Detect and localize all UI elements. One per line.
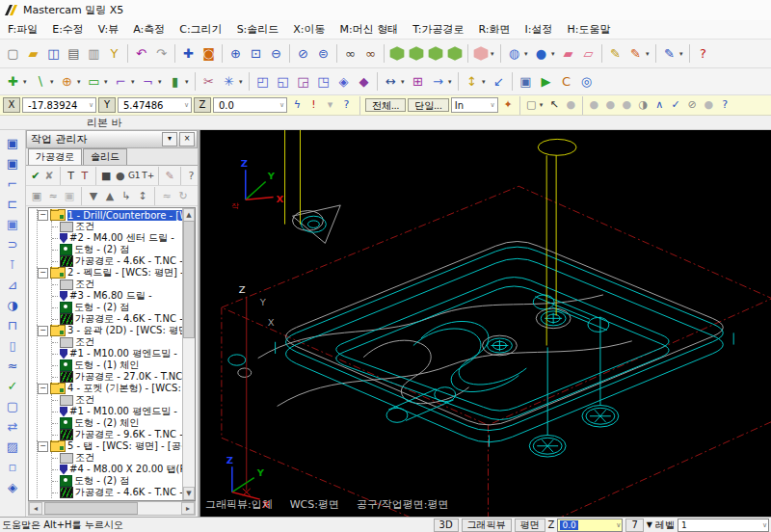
post-selected-icon[interactable]: G1 — [128, 169, 141, 183]
toolpath-pocket-icon[interactable]: ⊏ — [3, 195, 22, 214]
open-file-icon[interactable]: ▰ — [23, 44, 43, 63]
toolbar-states-icon[interactable]: Y — [104, 44, 124, 63]
create-primitives-icon-drop[interactable]: ▾ — [185, 78, 192, 86]
operation-geometry-row[interactable]: 도형 - (1) 체인 — [52, 359, 182, 371]
shading-icon[interactable]: ● — [531, 44, 551, 63]
zoom-in-icon[interactable]: ⊕ — [226, 44, 246, 63]
level-manager-icon-drop[interactable]: ▾ — [482, 78, 489, 86]
menu-a[interactable]: A:측정 — [133, 22, 165, 37]
zoom-previous-icon[interactable]: ⊜ — [313, 44, 333, 63]
operation-row[interactable]: −1 - Drill/Counterbore - [WCS: — [38, 209, 182, 221]
menu-s[interactable]: S:솔리드 — [237, 22, 279, 37]
scroll-up-icon[interactable]: ▲ — [183, 208, 195, 222]
pan-icon[interactable]: ✚ — [178, 44, 199, 63]
menu-f[interactable]: F:파일 — [8, 22, 38, 37]
operation-tool-row[interactable]: #1 - M10.00 평엔드밀 - — [52, 406, 182, 417]
fastpoint-icon[interactable]: ϟ — [289, 97, 306, 113]
menu-t[interactable]: T:가공경로 — [412, 22, 464, 37]
operation-geometry-row[interactable]: 도형 - (2) 점 — [52, 302, 182, 313]
edit-selected-icon[interactable]: ✎ — [163, 169, 175, 183]
undo-icon[interactable]: ↶ — [131, 44, 151, 63]
zoom-target-icon[interactable]: ⊘ — [293, 44, 313, 63]
menu-e[interactable]: E:수정 — [52, 22, 84, 37]
level-manager-icon[interactable]: ↕ — [462, 72, 482, 91]
toolpath-chamfer-icon[interactable]: ⊿ — [3, 276, 22, 295]
xform-copy-icon[interactable]: ◱ — [273, 72, 293, 91]
autocursor-help-icon[interactable]: ? — [338, 97, 355, 113]
operation-row[interactable]: −3 - 윤곽 (2D) - [WCS: 평면] - — [38, 325, 182, 336]
expander-icon[interactable]: − — [38, 326, 48, 336]
operation-toolpath-row[interactable]: 가공경로 - 9.6K - T.NC - — [52, 429, 182, 440]
gview-front-icon[interactable] — [409, 46, 424, 62]
operation-params-row[interactable]: 조건 — [52, 221, 182, 232]
fit-screen-icon[interactable]: ◙ — [199, 44, 219, 63]
create-fillet-icon-drop[interactable]: ▾ — [131, 78, 138, 86]
move-insert-down-icon[interactable]: ▼ — [86, 189, 101, 203]
menu-h[interactable]: H:도움말 — [567, 22, 610, 37]
toolpath-face-icon[interactable]: ▣ — [3, 134, 22, 153]
tab-toolpaths[interactable]: 가공경로 — [28, 148, 82, 165]
operation-params-row[interactable]: 조건 — [52, 336, 182, 348]
menu-c[interactable]: C:그리기 — [179, 22, 222, 37]
menu-v[interactable]: V:뷰 — [98, 22, 119, 37]
toolpath-confirm-icon[interactable]: ✓ — [3, 377, 22, 396]
xform-mirror-icon-drop[interactable]: ▾ — [401, 78, 408, 86]
expander-icon[interactable]: − — [38, 441, 48, 452]
gview-top-icon[interactable] — [389, 46, 405, 62]
toolpath-engrave-icon[interactable]: ≈ — [3, 357, 22, 376]
scroll-insert-icon[interactable]: ↕ — [135, 189, 150, 203]
select-single-button[interactable]: 단일... — [408, 98, 448, 112]
regen-all-selected-icon[interactable]: T — [65, 169, 77, 183]
operation-toolpath-row[interactable]: 가공경로 - 4.6K - T.NC - — [52, 313, 182, 325]
menu-m[interactable]: M:머신 형태 — [340, 22, 399, 37]
tab-solids[interactable]: 솔리드 — [83, 148, 127, 165]
xform-result-icon[interactable]: → — [428, 72, 448, 91]
z-coordinate-input[interactable] — [217, 99, 275, 112]
select-last-icon[interactable]: ✦ — [500, 97, 517, 113]
planes-icon-drop[interactable]: ▾ — [491, 50, 497, 58]
zoom-out-icon[interactable]: ⊖ — [266, 44, 286, 63]
unit-select[interactable]: In∨ — [451, 97, 498, 113]
lock-selected-icon[interactable]: ▣ — [29, 189, 44, 203]
operation-toolpath-row[interactable]: 가공경로 - 4.6K - T.NC - — [52, 255, 182, 267]
planes-icon[interactable] — [473, 46, 489, 62]
operation-tool-row[interactable]: #4 - M8.00 X 20.00 탭(RH — [52, 464, 182, 475]
autocursor-disabled-icon[interactable]: ▾ — [322, 97, 338, 113]
xform-project-icon[interactable]: ◈ — [333, 72, 354, 91]
x-coordinate-drop-icon[interactable]: ∨ — [89, 101, 95, 109]
cursor-override-icon[interactable]: ! — [306, 97, 322, 113]
create-rectangle-icon[interactable]: ▭ — [84, 72, 104, 91]
toolpath-contour-icon[interactable]: ▣ — [3, 154, 22, 173]
create-line-icon-drop[interactable]: ▾ — [50, 78, 57, 86]
y-coordinate-input[interactable] — [121, 99, 179, 112]
select-all-operations-icon[interactable]: ✔ — [29, 169, 41, 183]
select-group-icon[interactable]: ● — [586, 97, 602, 113]
machine-definition-icon[interactable]: ▣ — [516, 72, 536, 91]
horizontal-scroll-thumb[interactable] — [44, 502, 138, 515]
shading-icon-drop[interactable]: ▾ — [551, 50, 558, 58]
operation-tool-row[interactable]: #2 - M4.00 센터 드릴 - — [52, 232, 182, 244]
xform-offset-icon[interactable]: ◳ — [313, 72, 333, 91]
attributes-multi-icon[interactable]: ✎ — [625, 44, 646, 63]
y-axis-chip[interactable]: Y — [98, 97, 116, 113]
attribute-color-button[interactable]: 7 — [625, 519, 643, 532]
only-display-selected-icon[interactable]: ≈ — [159, 189, 174, 203]
menu-r[interactable]: R:화면 — [479, 22, 511, 37]
operation-params-row[interactable]: 조건 — [52, 452, 182, 464]
xform-mirror-icon[interactable]: ↔ — [381, 72, 401, 91]
x-coordinate-input[interactable] — [26, 99, 84, 112]
toolpath-exchange-icon[interactable]: ⇄ — [3, 417, 22, 437]
print-preview-icon[interactable]: ▥ — [84, 44, 104, 63]
gview-button[interactable]: 그래픽뷰 — [462, 519, 512, 532]
scroll-down-icon[interactable]: ▼ — [183, 487, 195, 500]
break-icon-drop[interactable]: ▾ — [239, 78, 246, 86]
create-polyline-icon-drop[interactable]: ▾ — [158, 78, 165, 86]
expander-icon[interactable]: − — [38, 268, 48, 279]
create-rectangle-icon-drop[interactable]: ▾ — [104, 78, 111, 86]
scroll-left-icon[interactable]: ◂ — [29, 502, 42, 515]
create-primitives-icon[interactable]: ▮ — [165, 72, 185, 91]
toolpath-point-icon[interactable]: ▯ — [3, 336, 22, 356]
select-all-button[interactable]: 전체... — [365, 98, 406, 112]
toolpath-drill-icon[interactable]: ⌐ — [3, 174, 22, 194]
z-depth-icon[interactable]: ↙ — [489, 72, 509, 91]
